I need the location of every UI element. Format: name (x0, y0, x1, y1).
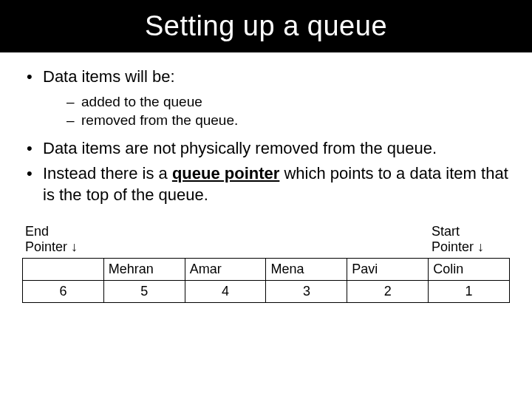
bullet-2: Data items are not physically removed fr… (21, 137, 511, 160)
bullet-list: Data items will be: added to the queue r… (21, 66, 511, 206)
pointer-spacer (347, 222, 429, 256)
pointer-spacer (185, 222, 266, 256)
sub-bullet-2: removed from the queue. (65, 111, 511, 130)
slide-title: Setting up a queue (0, 10, 532, 42)
slide-title-bar: Setting up a queue (0, 0, 532, 52)
queue-index-cell: 5 (103, 281, 185, 303)
queue-names-row: Mehran Amar Mena Pavi Colin (23, 259, 510, 281)
bullet-3-pre: Instead there is a (43, 164, 172, 183)
queue-table: Mehran Amar Mena Pavi Colin 6 5 4 3 2 1 (22, 258, 510, 303)
bullet-3: Instead there is a queue pointer which p… (21, 163, 511, 206)
pointer-spacer (266, 222, 347, 256)
slide-body: Data items will be: added to the queue r… (0, 52, 532, 303)
bullet-1-sublist: added to the queue removed from the queu… (65, 92, 511, 130)
bullet-1: Data items will be: added to the queue r… (21, 66, 511, 130)
queue-index-row: 6 5 4 3 2 1 (23, 281, 510, 303)
end-pointer-line2: Pointer ↓ (25, 239, 78, 254)
queue-index-cell: 3 (266, 281, 347, 303)
sub-bullet-1: added to the queue (65, 92, 511, 112)
queue-index-cell: 1 (429, 281, 510, 303)
bullet-1-text: Data items will be: (43, 67, 175, 86)
queue-name-cell: Pavi (347, 259, 429, 281)
queue-name-cell: Amar (185, 259, 266, 281)
bullet-3-emphasis: queue pointer (172, 164, 279, 183)
queue-name-cell: Colin (429, 259, 510, 281)
end-pointer-label: End Pointer ↓ (22, 222, 103, 256)
start-pointer-line2: Pointer ↓ (432, 239, 484, 254)
queue-name-cell: Mena (266, 259, 347, 281)
queue-index-cell: 2 (347, 281, 429, 303)
start-pointer-line1: Start (432, 224, 460, 239)
pointer-spacer (103, 222, 185, 256)
queue-name-cell: Mehran (103, 259, 185, 281)
queue-name-cell (23, 259, 104, 281)
pointer-labels-row: End Pointer ↓ Start Pointer ↓ (22, 222, 510, 256)
end-pointer-line1: End (25, 224, 49, 239)
start-pointer-label: Start Pointer ↓ (429, 222, 510, 256)
queue-index-cell: 6 (23, 281, 104, 303)
queue-index-cell: 4 (185, 281, 266, 303)
